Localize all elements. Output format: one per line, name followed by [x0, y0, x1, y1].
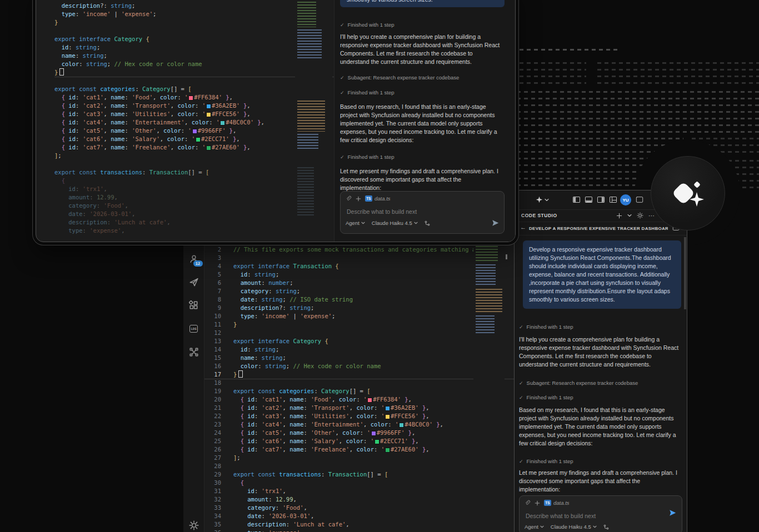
code-line: description?: string;: [54, 2, 334, 10]
code-line: 2// This file exports some mock transact…: [204, 245, 514, 254]
panel-bottom-icon[interactable]: [585, 196, 593, 203]
check-icon: ✓: [519, 459, 523, 464]
settings-gear-icon[interactable]: [188, 520, 199, 531]
code-line: 18: [204, 379, 514, 387]
agent-mode-select[interactable]: Agent: [525, 524, 544, 530]
tools-icon[interactable]: [425, 220, 430, 226]
extensions-activity-icon[interactable]: [188, 300, 199, 311]
code-line: category: 'Food',: [54, 202, 334, 210]
user-message-card: smoothly to various screen sizes.: [340, 0, 505, 7]
code-line: 35 description: 'Lunch at cafe',: [204, 520, 514, 529]
code-line: 7 category: string;: [204, 287, 514, 295]
check-icon: ✓: [519, 380, 523, 386]
code-line: 27];: [204, 454, 514, 462]
chat-input[interactable]: TS data.ts Describe what to build next A…: [340, 191, 505, 234]
code-line: 20 { id: 'cat1', name: 'Food', color: '#…: [204, 395, 514, 404]
code-line: [54, 77, 334, 85]
code-line: 36 type: 'expense',: [204, 529, 514, 532]
code-line: {: [54, 177, 334, 185]
panel-left-icon[interactable]: [572, 196, 581, 203]
add-context-icon[interactable]: [356, 196, 361, 202]
agent-mode-select[interactable]: Agent: [346, 220, 365, 226]
chat-input-placeholder[interactable]: Describe what to build next: [526, 513, 596, 519]
code-line: }: [54, 18, 334, 27]
subagent-status: ✓ Subagent: Research expense tracker cod…: [519, 380, 638, 386]
check-icon: ✓: [340, 90, 344, 96]
send-button[interactable]: [669, 509, 676, 516]
halftone-block: [517, 91, 759, 135]
more-titlebar-icon[interactable]: [636, 196, 643, 203]
code-line: 11}: [204, 320, 514, 329]
step-status: ✓ Finished with 1 step: [519, 324, 573, 330]
code-line: { id: 'cat1', name: 'Food', color: '#FF6…: [54, 93, 334, 102]
check-icon: ✓: [340, 75, 344, 81]
panel-right-icon[interactable]: [597, 196, 605, 203]
code-line: 23 { id: 'cat4', name: 'Entertainment', …: [204, 420, 514, 429]
halftone-row: [520, 49, 620, 53]
step-status: ✓ Finished with 1 step: [519, 458, 573, 464]
chevron-down-icon[interactable]: [627, 214, 632, 217]
scrollbar[interactable]: [684, 237, 686, 309]
code-line: 26 { id: 'cat7', name: 'Freelance', colo…: [204, 445, 514, 454]
code-line: 25 { id: 'cat6', name: 'Salary', color: …: [204, 437, 514, 445]
diagram-activity-icon[interactable]: [188, 347, 199, 358]
context-file-chip[interactable]: TS data.ts: [365, 195, 391, 202]
floating-editor-window: description?: string; type: 'income' | '…: [36, 0, 516, 242]
code-line: [54, 27, 334, 35]
activity-bar: 12 LOG: [183, 241, 204, 532]
check-icon: ✓: [519, 395, 523, 400]
code-line: }: [54, 68, 334, 77]
code-line: 21 { id: 'cat2', name: 'Transport', colo…: [204, 404, 514, 412]
code-line: 16 color: string; // Hex code or color n…: [204, 362, 514, 370]
code-line: 14 id: string;: [204, 345, 514, 354]
code-line: { id: 'cat4', name: 'Entertainment', col…: [54, 118, 334, 127]
chevron-down-icon[interactable]: [545, 198, 549, 202]
paperclip-icon[interactable]: [525, 500, 531, 506]
layout-customize-icon[interactable]: [609, 196, 617, 203]
account-avatar[interactable]: YU: [620, 194, 631, 205]
context-file-chip[interactable]: TS data.ts: [544, 500, 570, 506]
code-line: [54, 160, 334, 168]
step-status: ✓ Finished with 1 step: [340, 22, 395, 28]
assistant-message: Let me present my findings and draft a c…: [340, 167, 502, 192]
code-line: 3: [204, 254, 514, 262]
code-line: name: string;: [54, 52, 334, 60]
ellipsis-icon[interactable]: ⋯: [648, 213, 655, 218]
code-line: 12: [204, 329, 514, 337]
code-editor[interactable]: 2// This file exports some mock transact…: [204, 241, 514, 532]
subagent-status: ✓ Subagent: Research expense tracker cod…: [340, 74, 459, 81]
code-line: 30 {: [204, 479, 514, 487]
code-line: 22 { id: 'cat3', name: 'Utilities', colo…: [204, 412, 514, 420]
send-activity-icon[interactable]: [188, 277, 199, 288]
send-button[interactable]: [492, 219, 499, 227]
assistant-message: I'll help you create a comprehensive pla…: [340, 33, 502, 66]
model-select[interactable]: Claude Haiku 4.5: [372, 220, 418, 226]
profile-activity-icon[interactable]: 12: [188, 253, 199, 264]
chat-input[interactable]: TS data.ts Describe what to build next A…: [519, 495, 682, 532]
code-line: 6 amount: number;: [204, 279, 514, 287]
check-icon: ✓: [519, 324, 523, 330]
code-line: id: string;: [54, 43, 334, 52]
check-icon: ✓: [340, 154, 344, 160]
code-line: { id: 'cat6', name: 'Salary', color: '#2…: [54, 135, 334, 143]
code-editor[interactable]: description?: string; type: 'income' | '…: [36, 0, 334, 242]
log-activity-icon[interactable]: LOG: [188, 323, 199, 334]
code-line: type: 'income' | 'expense';: [54, 10, 334, 18]
copilot-icon[interactable]: [536, 196, 543, 203]
model-select[interactable]: Claude Haiku 4.5: [551, 524, 597, 530]
minimap[interactable]: [473, 241, 505, 532]
add-context-icon[interactable]: [535, 500, 540, 506]
code-line: 34 date: '2026-03-01',: [204, 512, 514, 520]
new-chat-plus-icon[interactable]: [616, 213, 622, 219]
settings-gear-icon[interactable]: [637, 212, 643, 219]
back-arrow-icon[interactable]: ←: [520, 224, 526, 230]
halftone-block: [520, 62, 586, 89]
code-line: 19export const categories: Category[] = …: [204, 387, 514, 395]
code-line: { id: 'cat7', name: 'Freelance', color: …: [54, 143, 334, 152]
chat-input-placeholder[interactable]: Describe what to build next: [347, 208, 417, 215]
minimap[interactable]: [295, 0, 332, 242]
assistant-message: I'll help you create a comprehensive pla…: [519, 335, 681, 369]
paperclip-icon[interactable]: [346, 195, 352, 202]
tools-icon[interactable]: [603, 524, 609, 530]
code-line: 13export interface Category {: [204, 337, 514, 345]
